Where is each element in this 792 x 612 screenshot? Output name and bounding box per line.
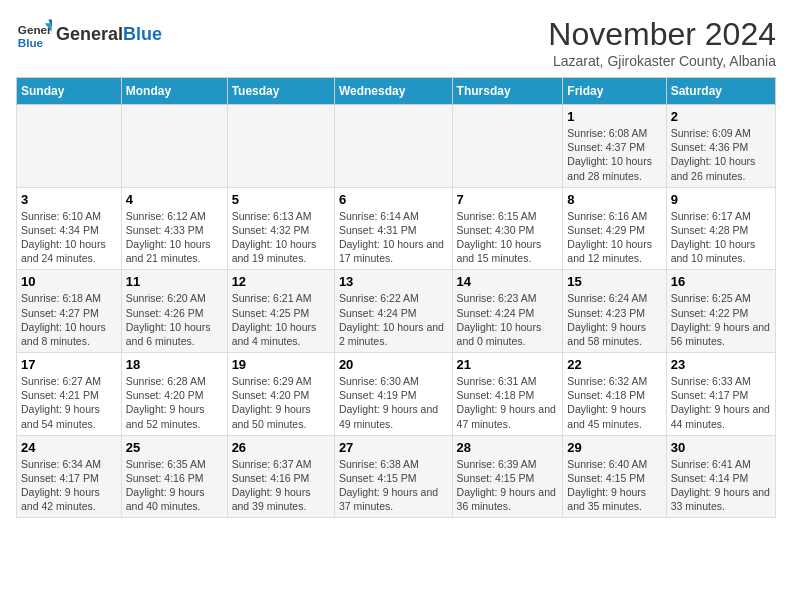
logo-blue: Blue — [123, 24, 162, 45]
logo-general: General — [56, 24, 123, 45]
day-info: Sunrise: 6:18 AM Sunset: 4:27 PM Dayligh… — [21, 291, 117, 348]
day-number: 18 — [126, 357, 223, 372]
week-row-2: 10Sunrise: 6:18 AM Sunset: 4:27 PM Dayli… — [17, 270, 776, 353]
day-info: Sunrise: 6:41 AM Sunset: 4:14 PM Dayligh… — [671, 457, 771, 514]
day-number: 20 — [339, 357, 448, 372]
calendar-cell: 3Sunrise: 6:10 AM Sunset: 4:34 PM Daylig… — [17, 187, 122, 270]
day-number: 4 — [126, 192, 223, 207]
day-info: Sunrise: 6:17 AM Sunset: 4:28 PM Dayligh… — [671, 209, 771, 266]
day-number: 23 — [671, 357, 771, 372]
day-number: 10 — [21, 274, 117, 289]
header-day-friday: Friday — [563, 78, 666, 105]
calendar-cell: 15Sunrise: 6:24 AM Sunset: 4:23 PM Dayli… — [563, 270, 666, 353]
calendar-cell: 16Sunrise: 6:25 AM Sunset: 4:22 PM Dayli… — [666, 270, 775, 353]
calendar-cell: 28Sunrise: 6:39 AM Sunset: 4:15 PM Dayli… — [452, 435, 563, 518]
day-info: Sunrise: 6:15 AM Sunset: 4:30 PM Dayligh… — [457, 209, 559, 266]
calendar-cell: 9Sunrise: 6:17 AM Sunset: 4:28 PM Daylig… — [666, 187, 775, 270]
day-info: Sunrise: 6:39 AM Sunset: 4:15 PM Dayligh… — [457, 457, 559, 514]
calendar-cell: 26Sunrise: 6:37 AM Sunset: 4:16 PM Dayli… — [227, 435, 334, 518]
day-number: 28 — [457, 440, 559, 455]
day-number: 17 — [21, 357, 117, 372]
header-day-sunday: Sunday — [17, 78, 122, 105]
calendar-cell — [227, 105, 334, 188]
day-info: Sunrise: 6:13 AM Sunset: 4:32 PM Dayligh… — [232, 209, 330, 266]
header-day-monday: Monday — [121, 78, 227, 105]
day-number: 22 — [567, 357, 661, 372]
day-info: Sunrise: 6:24 AM Sunset: 4:23 PM Dayligh… — [567, 291, 661, 348]
calendar-cell: 27Sunrise: 6:38 AM Sunset: 4:15 PM Dayli… — [334, 435, 452, 518]
calendar-cell: 17Sunrise: 6:27 AM Sunset: 4:21 PM Dayli… — [17, 353, 122, 436]
header-day-tuesday: Tuesday — [227, 78, 334, 105]
day-number: 9 — [671, 192, 771, 207]
calendar-cell: 8Sunrise: 6:16 AM Sunset: 4:29 PM Daylig… — [563, 187, 666, 270]
day-number: 15 — [567, 274, 661, 289]
calendar-cell — [17, 105, 122, 188]
calendar-cell: 25Sunrise: 6:35 AM Sunset: 4:16 PM Dayli… — [121, 435, 227, 518]
calendar-table: SundayMondayTuesdayWednesdayThursdayFrid… — [16, 77, 776, 518]
calendar-cell: 11Sunrise: 6:20 AM Sunset: 4:26 PM Dayli… — [121, 270, 227, 353]
calendar-cell: 10Sunrise: 6:18 AM Sunset: 4:27 PM Dayli… — [17, 270, 122, 353]
week-row-0: 1Sunrise: 6:08 AM Sunset: 4:37 PM Daylig… — [17, 105, 776, 188]
calendar-cell — [334, 105, 452, 188]
calendar-cell: 14Sunrise: 6:23 AM Sunset: 4:24 PM Dayli… — [452, 270, 563, 353]
calendar-cell: 29Sunrise: 6:40 AM Sunset: 4:15 PM Dayli… — [563, 435, 666, 518]
svg-text:Blue: Blue — [18, 36, 44, 49]
title-section: November 2024 Lazarat, Gjirokaster Count… — [548, 16, 776, 69]
day-number: 8 — [567, 192, 661, 207]
day-number: 14 — [457, 274, 559, 289]
day-number: 24 — [21, 440, 117, 455]
page-subtitle: Lazarat, Gjirokaster County, Albania — [548, 53, 776, 69]
calendar-cell: 2Sunrise: 6:09 AM Sunset: 4:36 PM Daylig… — [666, 105, 775, 188]
calendar-cell — [452, 105, 563, 188]
calendar-cell: 24Sunrise: 6:34 AM Sunset: 4:17 PM Dayli… — [17, 435, 122, 518]
calendar-cell: 6Sunrise: 6:14 AM Sunset: 4:31 PM Daylig… — [334, 187, 452, 270]
day-info: Sunrise: 6:21 AM Sunset: 4:25 PM Dayligh… — [232, 291, 330, 348]
logo: General Blue GeneralBlue — [16, 16, 162, 52]
header-day-wednesday: Wednesday — [334, 78, 452, 105]
day-info: Sunrise: 6:08 AM Sunset: 4:37 PM Dayligh… — [567, 126, 661, 183]
calendar-cell: 4Sunrise: 6:12 AM Sunset: 4:33 PM Daylig… — [121, 187, 227, 270]
week-row-1: 3Sunrise: 6:10 AM Sunset: 4:34 PM Daylig… — [17, 187, 776, 270]
day-number: 12 — [232, 274, 330, 289]
day-info: Sunrise: 6:29 AM Sunset: 4:20 PM Dayligh… — [232, 374, 330, 431]
calendar-cell: 19Sunrise: 6:29 AM Sunset: 4:20 PM Dayli… — [227, 353, 334, 436]
calendar-header: SundayMondayTuesdayWednesdayThursdayFrid… — [17, 78, 776, 105]
day-info: Sunrise: 6:23 AM Sunset: 4:24 PM Dayligh… — [457, 291, 559, 348]
header-day-thursday: Thursday — [452, 78, 563, 105]
calendar-cell: 23Sunrise: 6:33 AM Sunset: 4:17 PM Dayli… — [666, 353, 775, 436]
day-number: 27 — [339, 440, 448, 455]
day-info: Sunrise: 6:16 AM Sunset: 4:29 PM Dayligh… — [567, 209, 661, 266]
week-row-3: 17Sunrise: 6:27 AM Sunset: 4:21 PM Dayli… — [17, 353, 776, 436]
day-number: 29 — [567, 440, 661, 455]
calendar-cell — [121, 105, 227, 188]
day-info: Sunrise: 6:10 AM Sunset: 4:34 PM Dayligh… — [21, 209, 117, 266]
day-info: Sunrise: 6:33 AM Sunset: 4:17 PM Dayligh… — [671, 374, 771, 431]
day-info: Sunrise: 6:28 AM Sunset: 4:20 PM Dayligh… — [126, 374, 223, 431]
header-row: SundayMondayTuesdayWednesdayThursdayFrid… — [17, 78, 776, 105]
day-number: 19 — [232, 357, 330, 372]
day-number: 25 — [126, 440, 223, 455]
calendar-body: 1Sunrise: 6:08 AM Sunset: 4:37 PM Daylig… — [17, 105, 776, 518]
day-info: Sunrise: 6:14 AM Sunset: 4:31 PM Dayligh… — [339, 209, 448, 266]
day-info: Sunrise: 6:37 AM Sunset: 4:16 PM Dayligh… — [232, 457, 330, 514]
week-row-4: 24Sunrise: 6:34 AM Sunset: 4:17 PM Dayli… — [17, 435, 776, 518]
day-info: Sunrise: 6:12 AM Sunset: 4:33 PM Dayligh… — [126, 209, 223, 266]
calendar-cell: 30Sunrise: 6:41 AM Sunset: 4:14 PM Dayli… — [666, 435, 775, 518]
calendar-cell: 7Sunrise: 6:15 AM Sunset: 4:30 PM Daylig… — [452, 187, 563, 270]
calendar-cell: 13Sunrise: 6:22 AM Sunset: 4:24 PM Dayli… — [334, 270, 452, 353]
day-number: 1 — [567, 109, 661, 124]
calendar-cell: 1Sunrise: 6:08 AM Sunset: 4:37 PM Daylig… — [563, 105, 666, 188]
day-number: 6 — [339, 192, 448, 207]
day-info: Sunrise: 6:22 AM Sunset: 4:24 PM Dayligh… — [339, 291, 448, 348]
day-info: Sunrise: 6:25 AM Sunset: 4:22 PM Dayligh… — [671, 291, 771, 348]
day-number: 5 — [232, 192, 330, 207]
day-info: Sunrise: 6:38 AM Sunset: 4:15 PM Dayligh… — [339, 457, 448, 514]
day-number: 7 — [457, 192, 559, 207]
calendar-cell: 18Sunrise: 6:28 AM Sunset: 4:20 PM Dayli… — [121, 353, 227, 436]
calendar-cell: 12Sunrise: 6:21 AM Sunset: 4:25 PM Dayli… — [227, 270, 334, 353]
day-info: Sunrise: 6:09 AM Sunset: 4:36 PM Dayligh… — [671, 126, 771, 183]
day-info: Sunrise: 6:31 AM Sunset: 4:18 PM Dayligh… — [457, 374, 559, 431]
day-number: 16 — [671, 274, 771, 289]
day-number: 11 — [126, 274, 223, 289]
header-day-saturday: Saturday — [666, 78, 775, 105]
